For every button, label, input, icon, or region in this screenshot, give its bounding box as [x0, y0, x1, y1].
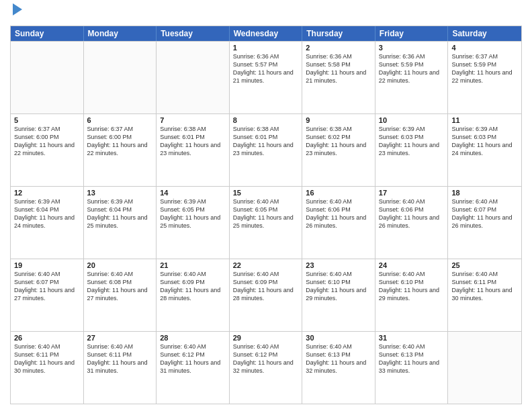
logo-arrow-icon [13, 2, 25, 17]
cal-week-3: 12Sunrise: 6:39 AMSunset: 6:04 PMDayligh… [11, 186, 521, 259]
table-row: 28Sunrise: 6:40 AMSunset: 6:12 PMDayligh… [157, 332, 230, 404]
cell-info: Sunrise: 6:40 AMSunset: 6:06 PMDaylight:… [379, 197, 445, 230]
day-number: 23 [306, 261, 371, 269]
logo [10, 7, 25, 20]
table-row: 30Sunrise: 6:40 AMSunset: 6:13 PMDayligh… [302, 332, 375, 404]
day-number: 16 [306, 189, 371, 197]
table-row: 22Sunrise: 6:40 AMSunset: 6:09 PMDayligh… [230, 259, 303, 331]
cell-info: Sunrise: 6:37 AMSunset: 6:00 PMDaylight:… [14, 125, 80, 158]
cell-info: Sunrise: 6:40 AMSunset: 6:07 PMDaylight:… [14, 270, 80, 303]
table-row: 17Sunrise: 6:40 AMSunset: 6:06 PMDayligh… [375, 187, 449, 259]
cal-week-5: 26Sunrise: 6:40 AMSunset: 6:11 PMDayligh… [11, 331, 521, 404]
header [10, 7, 522, 20]
day-number: 22 [233, 261, 299, 269]
table-row [448, 332, 521, 404]
svg-marker-0 [13, 3, 22, 15]
cell-info: Sunrise: 6:40 AMSunset: 6:10 PMDaylight:… [306, 270, 371, 303]
day-number: 6 [87, 116, 153, 124]
table-row: 11Sunrise: 6:39 AMSunset: 6:03 PMDayligh… [448, 114, 521, 186]
day-number: 10 [379, 116, 445, 124]
table-row: 24Sunrise: 6:40 AMSunset: 6:10 PMDayligh… [375, 259, 449, 331]
table-row: 31Sunrise: 6:40 AMSunset: 6:13 PMDayligh… [375, 332, 449, 404]
table-row: 21Sunrise: 6:40 AMSunset: 6:09 PMDayligh… [157, 259, 230, 331]
day-number: 5 [14, 116, 80, 124]
table-row: 3Sunrise: 6:36 AMSunset: 5:59 PMDaylight… [375, 42, 449, 113]
table-row: 16Sunrise: 6:40 AMSunset: 6:06 PMDayligh… [302, 187, 375, 259]
cal-week-4: 19Sunrise: 6:40 AMSunset: 6:07 PMDayligh… [11, 259, 521, 331]
cell-info: Sunrise: 6:36 AMSunset: 5:59 PMDaylight:… [379, 52, 445, 85]
cell-info: Sunrise: 6:40 AMSunset: 6:13 PMDaylight:… [306, 342, 371, 375]
cell-info: Sunrise: 6:40 AMSunset: 6:13 PMDaylight:… [379, 342, 445, 375]
cal-header-saturday: Saturday [448, 26, 521, 41]
cell-info: Sunrise: 6:39 AMSunset: 6:05 PMDaylight:… [160, 197, 226, 230]
table-row: 8Sunrise: 6:38 AMSunset: 6:01 PMDaylight… [230, 114, 303, 186]
day-number: 26 [14, 334, 80, 342]
table-row: 13Sunrise: 6:39 AMSunset: 6:04 PMDayligh… [84, 187, 157, 259]
day-number: 4 [451, 44, 518, 52]
day-number: 19 [14, 261, 80, 269]
day-number: 9 [306, 116, 371, 124]
table-row: 25Sunrise: 6:40 AMSunset: 6:11 PMDayligh… [448, 259, 521, 331]
cell-info: Sunrise: 6:38 AMSunset: 6:02 PMDaylight:… [306, 125, 371, 158]
day-number: 8 [233, 116, 299, 124]
cell-info: Sunrise: 6:39 AMSunset: 6:04 PMDaylight:… [87, 197, 153, 230]
cell-info: Sunrise: 6:40 AMSunset: 6:11 PMDaylight:… [14, 342, 80, 375]
cal-week-1: 1Sunrise: 6:36 AMSunset: 5:57 PMDaylight… [11, 41, 521, 113]
day-number: 29 [233, 334, 299, 342]
table-row: 27Sunrise: 6:40 AMSunset: 6:11 PMDayligh… [84, 332, 157, 404]
day-number: 15 [233, 189, 299, 197]
table-row: 5Sunrise: 6:37 AMSunset: 6:00 PMDaylight… [11, 114, 84, 186]
cell-info: Sunrise: 6:40 AMSunset: 6:12 PMDaylight:… [160, 342, 226, 375]
cell-info: Sunrise: 6:40 AMSunset: 6:09 PMDaylight:… [233, 270, 299, 303]
day-number: 2 [306, 44, 371, 52]
cal-header-tuesday: Tuesday [157, 26, 230, 41]
table-row: 26Sunrise: 6:40 AMSunset: 6:11 PMDayligh… [11, 332, 84, 404]
cal-header-friday: Friday [375, 26, 449, 41]
day-number: 24 [379, 261, 445, 269]
cell-info: Sunrise: 6:40 AMSunset: 6:11 PMDaylight:… [451, 270, 518, 303]
day-number: 18 [451, 189, 518, 197]
cell-info: Sunrise: 6:39 AMSunset: 6:03 PMDaylight:… [451, 125, 518, 158]
cal-header-thursday: Thursday [302, 26, 375, 41]
table-row: 19Sunrise: 6:40 AMSunset: 6:07 PMDayligh… [11, 259, 84, 331]
table-row: 23Sunrise: 6:40 AMSunset: 6:10 PMDayligh… [302, 259, 375, 331]
cell-info: Sunrise: 6:40 AMSunset: 6:08 PMDaylight:… [87, 270, 153, 303]
table-row: 29Sunrise: 6:40 AMSunset: 6:12 PMDayligh… [230, 332, 303, 404]
day-number: 1 [233, 44, 299, 52]
cell-info: Sunrise: 6:38 AMSunset: 6:01 PMDaylight:… [233, 125, 299, 158]
day-number: 27 [87, 334, 153, 342]
table-row: 4Sunrise: 6:37 AMSunset: 5:59 PMDaylight… [448, 42, 521, 113]
calendar: SundayMondayTuesdayWednesdayThursdayFrid… [10, 26, 522, 404]
cell-info: Sunrise: 6:36 AMSunset: 5:57 PMDaylight:… [233, 52, 299, 85]
day-number: 17 [379, 189, 445, 197]
cal-week-2: 5Sunrise: 6:37 AMSunset: 6:00 PMDaylight… [11, 113, 521, 186]
table-row [11, 42, 84, 113]
cell-info: Sunrise: 6:40 AMSunset: 6:11 PMDaylight:… [87, 342, 153, 375]
table-row: 18Sunrise: 6:40 AMSunset: 6:07 PMDayligh… [448, 187, 521, 259]
day-number: 21 [160, 261, 226, 269]
table-row: 1Sunrise: 6:36 AMSunset: 5:57 PMDaylight… [230, 42, 303, 113]
cell-info: Sunrise: 6:40 AMSunset: 6:05 PMDaylight:… [233, 197, 299, 230]
day-number: 25 [451, 261, 518, 269]
table-row: 2Sunrise: 6:36 AMSunset: 5:58 PMDaylight… [302, 42, 375, 113]
cell-info: Sunrise: 6:39 AMSunset: 6:03 PMDaylight:… [379, 125, 445, 158]
calendar-body: 1Sunrise: 6:36 AMSunset: 5:57 PMDaylight… [11, 41, 521, 404]
cell-info: Sunrise: 6:37 AMSunset: 6:00 PMDaylight:… [87, 125, 153, 158]
page: SundayMondayTuesdayWednesdayThursdayFrid… [0, 0, 532, 411]
table-row: 10Sunrise: 6:39 AMSunset: 6:03 PMDayligh… [375, 114, 449, 186]
cal-header-monday: Monday [84, 26, 157, 41]
cell-info: Sunrise: 6:36 AMSunset: 5:58 PMDaylight:… [306, 52, 371, 85]
cell-info: Sunrise: 6:40 AMSunset: 6:10 PMDaylight:… [379, 270, 445, 303]
table-row: 20Sunrise: 6:40 AMSunset: 6:08 PMDayligh… [84, 259, 157, 331]
table-row: 14Sunrise: 6:39 AMSunset: 6:05 PMDayligh… [157, 187, 230, 259]
cell-info: Sunrise: 6:38 AMSunset: 6:01 PMDaylight:… [160, 125, 226, 158]
table-row [157, 42, 230, 113]
day-number: 20 [87, 261, 153, 269]
table-row: 7Sunrise: 6:38 AMSunset: 6:01 PMDaylight… [157, 114, 230, 186]
cell-info: Sunrise: 6:37 AMSunset: 5:59 PMDaylight:… [451, 52, 518, 85]
cal-header-wednesday: Wednesday [230, 26, 303, 41]
day-number: 13 [87, 189, 153, 197]
cal-header-sunday: Sunday [11, 26, 84, 41]
table-row: 15Sunrise: 6:40 AMSunset: 6:05 PMDayligh… [230, 187, 303, 259]
day-number: 11 [451, 116, 518, 124]
